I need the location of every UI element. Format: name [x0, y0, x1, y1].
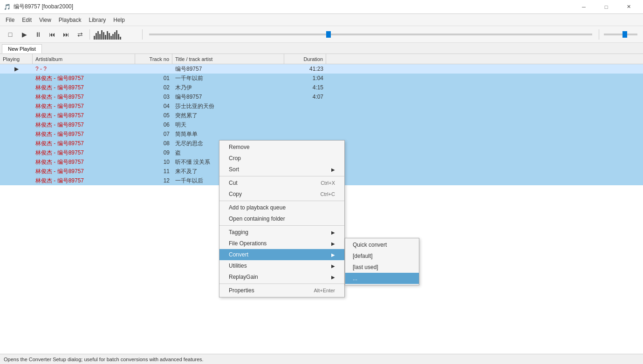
submenu-arrow-icon: ▶ — [331, 241, 335, 246]
playlist-tabs: New Playlist — [0, 43, 643, 54]
prev-button[interactable]: ⏮ — [46, 28, 59, 41]
table-row[interactable]: 林俊杰 - 编号8975701一千年以前1:04 — [0, 74, 643, 83]
context-menu-item-label: Open containing folder — [229, 216, 285, 222]
toolbar-sep-1 — [89, 29, 90, 40]
context-menu-item-label: Remove — [229, 144, 250, 150]
cell-playing — [0, 83, 33, 92]
seek-bar[interactable] — [149, 34, 592, 35]
stop-button[interactable]: □ — [4, 28, 17, 41]
volume-bar[interactable] — [604, 34, 637, 35]
context-menu-item-open-folder[interactable]: Open containing folder — [219, 213, 344, 224]
cell-title: 一千年以前 — [172, 74, 284, 83]
cell-playing — [0, 101, 33, 111]
context-menu-item-label: Cut — [229, 180, 238, 186]
cell-artist: 林俊杰 - 编号89757 — [33, 157, 135, 167]
cell-playing — [0, 92, 33, 101]
cell-track-number: 06 — [135, 120, 172, 129]
submenu-arrow-icon: ▶ — [331, 252, 335, 257]
table-row[interactable]: 林俊杰 - 编号8975703编号897574:07 — [0, 92, 643, 101]
context-menu-separator — [219, 201, 344, 201]
cell-artist: 林俊杰 - 编号89757 — [33, 148, 135, 157]
context-menu-item-crop[interactable]: Crop — [219, 153, 344, 164]
context-menu-item-label: Utilities — [229, 263, 247, 269]
cell-artist: 林俊杰 - 编号89757 — [33, 176, 135, 185]
table-row[interactable]: 林俊杰 - 编号8975702木乃伊4:15 — [0, 83, 643, 92]
waveform — [93, 29, 139, 40]
header-title[interactable]: Title / track artist — [172, 54, 284, 64]
play-button[interactable]: ▶ — [18, 28, 31, 41]
context-menu-item-label: Sort — [229, 166, 239, 173]
volume-thumb[interactable] — [622, 31, 627, 38]
context-menu-item-remove[interactable]: Remove — [219, 142, 344, 153]
menu-item-playback[interactable]: Playback — [55, 15, 85, 25]
context-menu-item-properties[interactable]: PropertiesAlt+Enter — [219, 285, 344, 296]
context-menu-item-convert[interactable]: Convert▶ — [219, 249, 344, 260]
menu-item-file[interactable]: File — [2, 15, 18, 25]
cell-artist: 林俊杰 - 编号89757 — [33, 167, 135, 176]
table-row[interactable]: 林俊杰 - 编号8975707简简单单 — [0, 129, 643, 139]
minimize-button[interactable]: ─ — [573, 0, 595, 14]
cell-track-number: 04 — [135, 101, 172, 111]
sub-menu-item-last-used[interactable]: [last used] — [345, 262, 419, 273]
context-menu-shortcut: Ctrl+X — [321, 180, 335, 186]
menu-bar: FileEditViewPlaybackLibraryHelp — [0, 14, 643, 26]
submenu-arrow-icon: ▶ — [331, 230, 335, 235]
context-menu-separator — [219, 283, 344, 284]
content-area: Playing Artist/album Track no Title / tr… — [0, 54, 643, 364]
cell-playing — [0, 111, 33, 120]
context-menu-item-label: Copy — [229, 191, 242, 197]
table-row[interactable]: 林俊杰 - 编号8975706明天 — [0, 120, 643, 129]
cell-title: 莎士比亚的天份 — [172, 101, 284, 111]
context-menu-item-replaygain[interactable]: ReplayGain▶ — [219, 271, 344, 283]
context-menu-item-copy[interactable]: CopyCtrl+C — [219, 189, 344, 200]
volume-area — [602, 34, 639, 35]
cell-artist: 林俊杰 - 编号89757 — [33, 120, 135, 129]
context-menu-item-add-queue[interactable]: Add to playback queue — [219, 202, 344, 213]
random-button[interactable]: ⇄ — [74, 28, 87, 41]
context-menu-item-tagging[interactable]: Tagging▶ — [219, 227, 344, 238]
sub-menu-item-quick-convert[interactable]: Quick convert — [345, 239, 419, 250]
cell-track-number — [135, 64, 172, 74]
cell-artist: 林俊杰 - 编号89757 — [33, 129, 135, 139]
header-artist[interactable]: Artist/album — [33, 54, 135, 64]
close-button[interactable]: ✕ — [618, 0, 639, 14]
menu-item-library[interactable]: Library — [85, 15, 110, 25]
table-row[interactable]: ▶? - ?编号8975741:23 — [0, 64, 643, 74]
cell-title: 编号89757 — [172, 64, 284, 74]
context-menu-item-file-ops[interactable]: File Operations▶ — [219, 238, 344, 249]
sub-menu-item-default[interactable]: [default] — [345, 250, 419, 262]
sub-menu-item-more[interactable]: ... — [345, 273, 419, 284]
context-menu-item-label: Tagging — [229, 229, 248, 236]
tab-new-playlist[interactable]: New Playlist — [2, 44, 42, 54]
cell-duration — [284, 111, 326, 120]
cell-playing — [0, 74, 33, 83]
header-duration[interactable]: Duration — [284, 54, 326, 64]
next-button[interactable]: ⏭ — [60, 28, 73, 41]
pause-button[interactable]: ⏸ — [32, 28, 45, 41]
header-track[interactable]: Track no — [135, 54, 172, 64]
table-row[interactable]: 林俊杰 - 编号8975704莎士比亚的天份 — [0, 101, 643, 111]
cell-artist: ? - ? — [33, 64, 135, 74]
cell-track-number: 03 — [135, 92, 172, 101]
cell-track-number: 05 — [135, 111, 172, 120]
sub-context-menu: Quick convert[default][last used]... — [345, 238, 419, 285]
menu-item-view[interactable]: View — [35, 15, 55, 25]
cell-title: 简简单单 — [172, 129, 284, 139]
table-row[interactable]: 林俊杰 - 编号8975705突然累了 — [0, 111, 643, 120]
context-menu-item-cut[interactable]: CutCtrl+X — [219, 177, 344, 189]
cell-duration — [284, 120, 326, 129]
cell-duration — [284, 101, 326, 111]
cell-artist: 林俊杰 - 编号89757 — [33, 83, 135, 92]
header-playing[interactable]: Playing — [0, 54, 33, 64]
cell-duration: 4:07 — [284, 92, 326, 101]
menu-item-edit[interactable]: Edit — [18, 15, 35, 25]
toolbar: □ ▶ ⏸ ⏮ ⏭ ⇄ — [0, 26, 643, 43]
seek-thumb[interactable] — [326, 31, 331, 38]
cell-playing: ▶ — [0, 64, 33, 74]
menu-item-help[interactable]: Help — [109, 15, 129, 25]
context-menu-item-utilities[interactable]: Utilities▶ — [219, 260, 344, 271]
context-menu-item-label: File Operations — [229, 240, 267, 247]
cell-track-number: 11 — [135, 167, 172, 176]
context-menu-item-sort[interactable]: Sort▶ — [219, 164, 344, 175]
maximize-button[interactable]: □ — [595, 0, 617, 14]
